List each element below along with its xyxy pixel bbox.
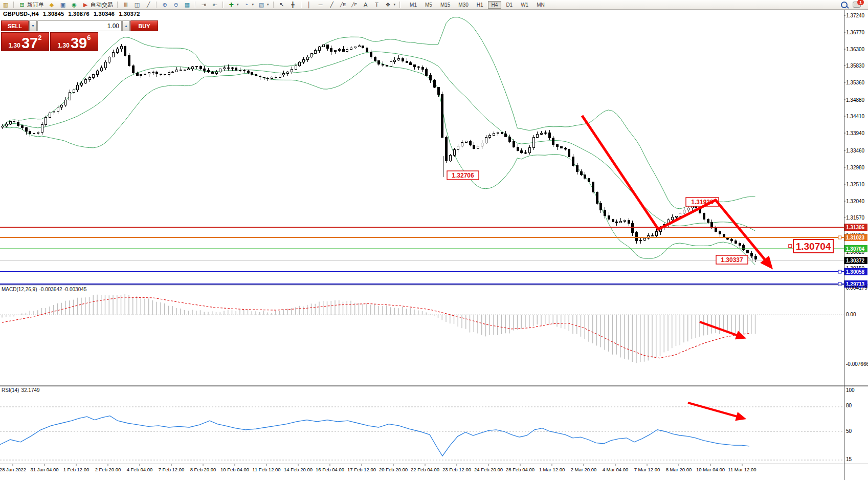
svg-text:1.30372: 1.30372: [846, 258, 865, 264]
profile-button[interactable]: ◆: [46, 1, 57, 9]
trend-arrows[interactable]: [582, 116, 773, 421]
text-tool-icon: A: [362, 1, 369, 9]
svg-text:2 Mar 20:00: 2 Mar 20:00: [571, 467, 597, 472]
templates-button[interactable]: ▧ ▾: [256, 1, 271, 9]
tile-windows-icon: ▦: [184, 1, 191, 9]
timeframe-m30-button[interactable]: M30: [455, 1, 472, 9]
timeframe-w1-button[interactable]: W1: [517, 1, 532, 9]
trendline-tool-button[interactable]: ╱: [326, 1, 338, 9]
timeframe-bar: M1 M5 M15 M30 H1 H4 D1 W1 MN: [406, 1, 549, 9]
svg-text:8 Mar 20:00: 8 Mar 20:00: [666, 467, 692, 472]
signals-button[interactable]: ◉: [69, 1, 80, 9]
price-axis: 1.372401.367701.363001.358301.353601.348…: [844, 13, 865, 271]
svg-text:4 Mar 04:00: 4 Mar 04:00: [603, 467, 629, 472]
svg-text:1.34410: 1.34410: [846, 114, 865, 119]
close-value: 1.30372: [119, 11, 140, 17]
vertical-line-tool-button[interactable]: │: [304, 1, 315, 9]
toolbar-separator: [273, 2, 274, 8]
svg-text:1.30704: 1.30704: [796, 241, 831, 252]
chevron-down-icon: ▾: [237, 3, 239, 7]
fibonacci-tool-button[interactable]: ╱F: [349, 1, 360, 9]
zoom-out-button[interactable]: ⊖: [170, 1, 182, 9]
svg-text:1.32510: 1.32510: [846, 182, 865, 187]
price-callout-labels[interactable]: 1.327061.319281.303371.30704: [447, 171, 833, 264]
cursor-tool-button[interactable]: ↖: [276, 1, 287, 9]
periods-button[interactable]: ◔ ▾: [241, 1, 256, 9]
timeframe-h4-button[interactable]: H4: [488, 1, 502, 9]
buy-price-box[interactable]: 1.30396: [50, 32, 98, 51]
sell-price-box[interactable]: 1.30372: [1, 32, 49, 51]
timeframe-m15-button[interactable]: M15: [437, 1, 454, 9]
timeframe-m5-button[interactable]: M5: [421, 1, 436, 9]
label-tool-icon: T: [373, 1, 381, 9]
notification-badge: 1: [857, 0, 864, 5]
clock-icon: ◔: [243, 1, 250, 9]
svg-text:1.33460: 1.33460: [846, 148, 865, 154]
svg-text:1.30058: 1.30058: [846, 269, 865, 275]
shapes-tool-button[interactable]: ❖ ▾: [383, 1, 398, 9]
sell-button[interactable]: SELL: [1, 20, 29, 31]
toolbar-separator: [222, 2, 224, 8]
buy-price-point: 6: [87, 34, 91, 41]
svg-text:11 Mar 12:00: 11 Mar 12:00: [728, 467, 756, 472]
timeframe-d1-button[interactable]: D1: [502, 1, 516, 9]
svg-text:80: 80: [846, 403, 852, 408]
chart-canvas[interactable]: 1.372401.367701.363001.358301.353601.348…: [0, 0, 868, 480]
svg-text:1.32040: 1.32040: [846, 199, 865, 204]
horizontal-line-icon: ─: [317, 1, 324, 9]
equidistant-channel-icon: ╱E: [340, 1, 347, 9]
new-order-button[interactable]: ⊞ 新订单: [16, 1, 46, 9]
timeframe-h1-button[interactable]: H1: [473, 1, 487, 9]
crosshair-tool-button[interactable]: ╋: [287, 1, 299, 9]
svg-text:1.32706: 1.32706: [452, 172, 474, 179]
label-tool-button[interactable]: T: [371, 1, 383, 9]
svg-text:23 Feb 12:00: 23 Feb 12:00: [442, 467, 471, 472]
one-click-trading-panel: SELL ▼ ▲ BUY 1.30372 1.30396: [1, 20, 100, 51]
text-tool-button[interactable]: A: [360, 1, 371, 9]
svg-text:0.004179: 0.004179: [846, 285, 867, 291]
timeframe-m1-button[interactable]: M1: [406, 1, 420, 9]
bollinger-bands: [2, 17, 755, 265]
chat-icon[interactable]: 1: [853, 2, 861, 8]
zoom-in-button[interactable]: ⊕: [159, 1, 170, 9]
volume-input[interactable]: [37, 20, 122, 31]
macd-pane: 0.0041790.00-0.007666: [0, 285, 868, 367]
autotrade-label: 自动交易: [91, 1, 113, 9]
zoom-in-icon: ⊕: [161, 1, 168, 9]
toolbar-separator: [301, 2, 302, 8]
chart-shift-button[interactable]: ⇤: [209, 1, 220, 9]
channel-tool-button[interactable]: ╱E: [338, 1, 349, 9]
volume-increase-button[interactable]: ▲: [122, 20, 130, 31]
shapes-icon: ❖: [385, 1, 392, 9]
buy-price-pips: 39: [71, 37, 87, 49]
search-icon[interactable]: [841, 2, 848, 8]
svg-text:31 Jan 04:00: 31 Jan 04:00: [31, 467, 59, 472]
add-indicator-button[interactable]: ✚ ▾: [226, 1, 241, 9]
line-chart-icon: ╱: [145, 1, 152, 9]
bar-chart-button[interactable]: Ⅲ: [120, 1, 131, 9]
candlestick-chart-button[interactable]: ◫: [131, 1, 143, 9]
auto-scroll-icon: ⇥: [200, 1, 207, 9]
toolbar-separator: [399, 2, 400, 8]
market-watch-button[interactable]: ▥: [0, 1, 11, 9]
candlestick-chart-icon: ◫: [133, 1, 141, 9]
line-chart-button[interactable]: ╱: [143, 1, 154, 9]
open-value: 1.30845: [43, 11, 64, 17]
tile-windows-button[interactable]: ▦: [182, 1, 193, 9]
crosshair-icon: ╋: [290, 1, 297, 9]
bar-chart-icon: Ⅲ: [122, 1, 129, 9]
svg-text:24 Feb 20:00: 24 Feb 20:00: [474, 467, 503, 472]
chevron-down-icon: ▾: [267, 3, 269, 7]
svg-text:4 Feb 04:00: 4 Feb 04:00: [127, 467, 153, 472]
rsi-pane-header: RSI(14)32.1749: [2, 387, 42, 393]
auto-scroll-button[interactable]: ⇥: [198, 1, 209, 9]
autotrade-button[interactable]: ▶ 自动交易: [80, 1, 115, 9]
macd-label: MACD(12,26,9): [2, 287, 37, 292]
terminal-button[interactable]: ▣: [57, 1, 69, 9]
buy-button[interactable]: BUY: [130, 20, 158, 31]
volume-decrease-button[interactable]: ▼: [29, 20, 37, 31]
timeframe-mn-button[interactable]: MN: [533, 1, 548, 9]
svg-text:1.35830: 1.35830: [846, 63, 865, 69]
svg-text:1.30704: 1.30704: [846, 246, 865, 252]
horizontal-line-tool-button[interactable]: ─: [315, 1, 326, 9]
